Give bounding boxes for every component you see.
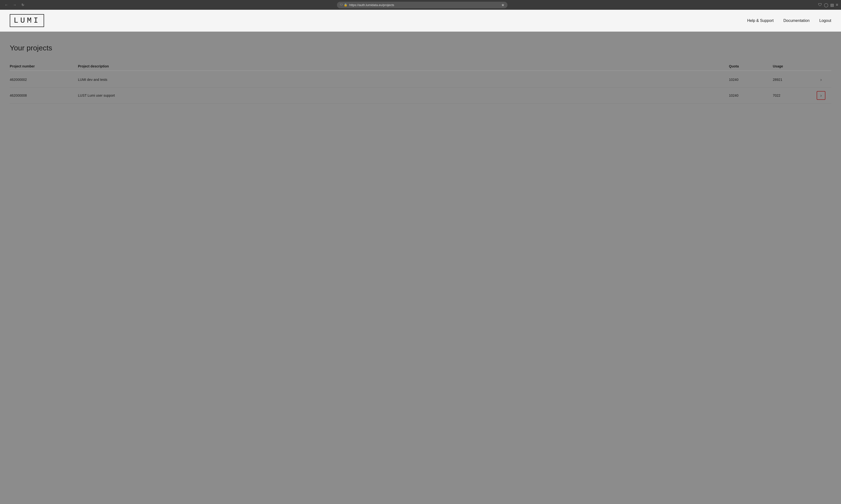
project-number-2: 462000008 [10,93,78,97]
main-nav: Help & Support Documentation Logout [747,18,831,23]
table-row: 462000002 LUMI dev and tests 10240 28921… [10,72,831,88]
project-number-1: 462000002 [10,78,78,82]
lock-icon: 🔒 [344,3,347,6]
logout-link[interactable]: Logout [819,18,831,23]
col-header-action [817,64,831,68]
forward-button[interactable]: → [11,1,18,8]
shield-icon: 🛡 [340,3,343,6]
project-description-1: LUMI dev and tests [78,78,729,82]
site-header: LUMI Help & Support Documentation Logout [0,10,841,32]
table-header: Project number Project description Quota… [10,62,831,71]
url-text: https://auth.lumidata.eu/projects [349,3,499,7]
project-usage-2: 7022 [773,93,817,97]
main-content: Your projects Project number Project des… [0,32,841,116]
help-support-link[interactable]: Help & Support [747,18,774,23]
extensions-icon[interactable]: ▤ [830,3,834,7]
documentation-link[interactable]: Documentation [783,18,810,23]
browser-nav-buttons: ← → ↻ [3,1,26,8]
page-title: Your projects [10,44,831,52]
logo-container: LUMI [10,14,44,27]
menu-icon[interactable]: ≡ [836,3,838,7]
browser-toolbar: 🛡 ◯ ▤ ≡ [818,3,838,7]
project-description-2: LUST Lumi user support [78,93,729,97]
projects-table: Project number Project description Quota… [10,62,831,104]
back-button[interactable]: ← [3,1,10,8]
browser-chrome: ← → ↻ 🛡 🔒 https://auth.lumidata.eu/proje… [0,0,841,10]
project-quota-1: 10240 [729,78,773,82]
profile-icon[interactable]: ◯ [824,3,828,7]
shield-toolbar-icon[interactable]: 🛡 [818,3,822,7]
project-quota-2: 10240 [729,93,773,97]
col-header-quota: Quota [729,64,773,68]
row-action-cell-1: › [817,75,831,84]
row-navigate-button-2[interactable]: › [817,91,825,100]
address-bar[interactable]: 🛡 🔒 https://auth.lumidata.eu/projects ★ [337,2,507,8]
row-navigate-button-1[interactable]: › [817,75,825,84]
table-row: 462000008 LUST Lumi user support 10240 7… [10,88,831,104]
logo: LUMI [10,14,44,27]
row-action-cell-2: › [817,91,831,100]
col-header-project-description: Project description [78,64,729,68]
col-header-usage: Usage [773,64,817,68]
project-usage-1: 28921 [773,78,817,82]
col-header-project-number: Project number [10,64,78,68]
page-wrapper: LUMI Help & Support Documentation Logout… [0,10,841,504]
address-bar-icons: 🛡 🔒 [340,3,347,6]
star-icon: ★ [501,3,505,7]
reload-button[interactable]: ↻ [19,1,26,8]
